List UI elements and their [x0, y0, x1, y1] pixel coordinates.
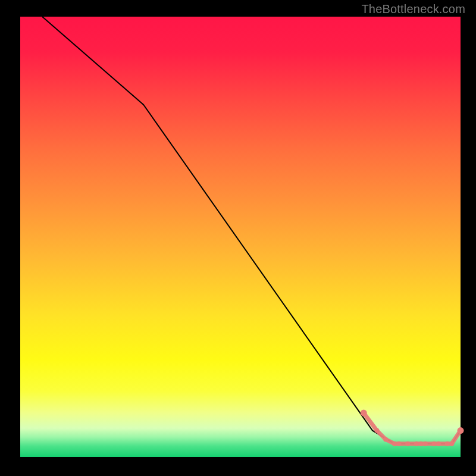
chart-container: TheBottleneck.com — [0, 0, 476, 476]
series-highlighted-segment-point — [383, 437, 388, 441]
series-highlighted-segment-point — [445, 441, 450, 446]
series-highlighted-segment-point — [458, 427, 464, 434]
series-highlighted-segment-point — [392, 441, 397, 446]
series-highlighted-segment-point — [361, 410, 367, 416]
series-highlighted-segment-point — [423, 441, 428, 446]
series-highlighted-segment-point — [396, 441, 401, 446]
series-highlighted-segment-point — [374, 428, 379, 433]
series-highlighted-segment-point — [432, 441, 437, 446]
series-highlighted-segment-point — [418, 441, 423, 446]
series-highlighted-segment-point — [414, 441, 419, 446]
watermark-text: TheBottleneck.com — [361, 2, 465, 16]
plot-background — [20, 17, 461, 457]
series-highlighted-segment-point — [449, 441, 454, 446]
series-highlighted-segment-point — [436, 441, 441, 446]
bottleneck-chart — [0, 0, 476, 476]
series-highlighted-segment-point — [405, 441, 410, 446]
